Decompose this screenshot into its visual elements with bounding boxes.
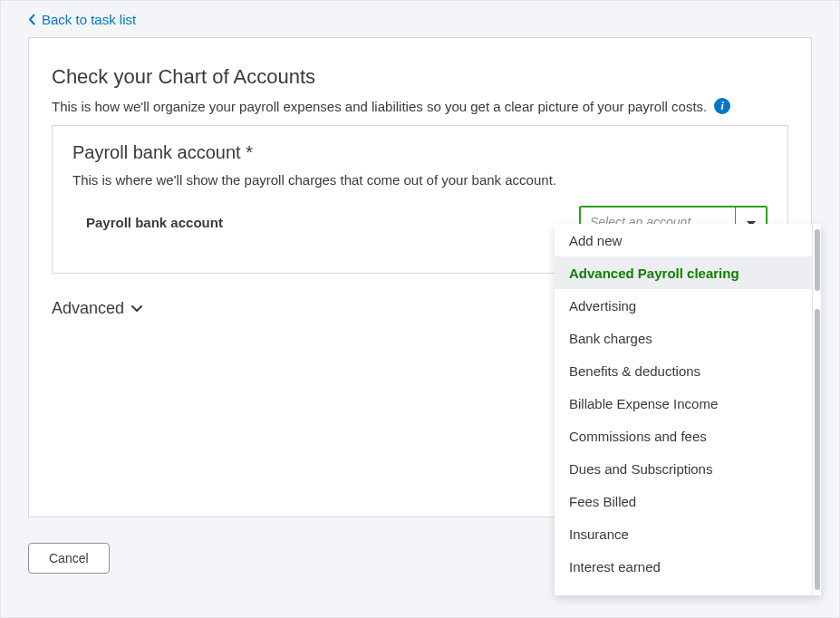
- page-subtitle-row: This is how we'll organize your payroll …: [52, 98, 811, 114]
- dropdown-option[interactable]: Billable Expense Income: [555, 387, 812, 420]
- dropdown-option[interactable]: Insurance: [555, 517, 812, 550]
- page-title: Check your Chart of Accounts: [52, 65, 811, 89]
- scrollbar-thumb-bottom[interactable]: [815, 309, 820, 590]
- account-dropdown-panel: Add newAdvanced Payroll clearingAdvertis…: [555, 224, 821, 595]
- account-dropdown-list: Add newAdvanced Payroll clearingAdvertis…: [555, 224, 812, 595]
- field-label: Payroll bank account: [86, 215, 223, 230]
- back-link-text: Back to task list: [42, 12, 136, 27]
- chevron-left-icon: [28, 14, 36, 25]
- dropdown-option[interactable]: Dues and Subscriptions: [555, 452, 812, 485]
- dropdown-option[interactable]: Bank charges: [555, 322, 812, 354]
- dropdown-option[interactable]: Commissions and fees: [555, 420, 812, 452]
- dropdown-scrollbar[interactable]: [812, 224, 821, 595]
- dropdown-option[interactable]: Advertising: [555, 289, 812, 322]
- page-subtitle-text: This is how we'll organize your payroll …: [52, 99, 707, 114]
- advanced-toggle[interactable]: Advanced: [52, 299, 142, 318]
- section-description: This is where we'll show the payroll cha…: [72, 172, 768, 188]
- dropdown-option[interactable]: Interest earned: [555, 550, 812, 583]
- page-frame: Back to task list Check your Chart of Ac…: [0, 0, 840, 618]
- dropdown-option[interactable]: Advanced Payroll clearing: [555, 256, 812, 289]
- scrollbar-thumb-top[interactable]: [815, 229, 820, 291]
- info-icon[interactable]: i: [714, 98, 730, 114]
- dropdown-option[interactable]: Add new: [555, 224, 812, 256]
- back-to-task-list-link[interactable]: Back to task list: [28, 12, 136, 27]
- section-title: Payroll bank account *: [72, 142, 768, 163]
- advanced-label: Advanced: [52, 299, 124, 318]
- chevron-down-icon: [131, 305, 142, 313]
- cancel-button[interactable]: Cancel: [28, 543, 110, 574]
- dropdown-option[interactable]: Fees Billed: [555, 485, 812, 517]
- dropdown-option[interactable]: Benefits & deductions: [555, 354, 812, 387]
